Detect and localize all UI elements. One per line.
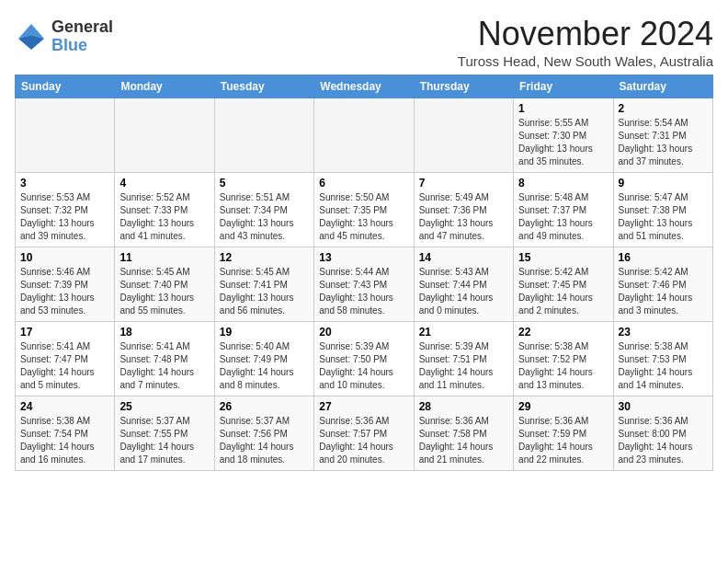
logo-blue-text: Blue bbox=[51, 37, 113, 55]
day-info: Sunrise: 5:36 AM Sunset: 8:00 PM Dayligh… bbox=[619, 415, 708, 466]
calendar-cell: 18Sunrise: 5:41 AM Sunset: 7:48 PM Dayli… bbox=[115, 322, 214, 396]
day-number: 20 bbox=[319, 326, 408, 339]
day-number: 25 bbox=[119, 400, 209, 413]
day-info: Sunrise: 5:53 AM Sunset: 7:32 PM Dayligh… bbox=[20, 191, 109, 243]
day-info: Sunrise: 5:51 AM Sunset: 7:34 PM Dayligh… bbox=[220, 191, 309, 243]
calendar-cell: 16Sunrise: 5:42 AM Sunset: 7:46 PM Dayli… bbox=[613, 247, 712, 322]
day-number: 2 bbox=[619, 102, 708, 115]
calendar-cell: 27Sunrise: 5:36 AM Sunset: 7:57 PM Dayli… bbox=[314, 396, 414, 471]
day-number: 14 bbox=[419, 251, 508, 264]
day-number: 17 bbox=[20, 326, 109, 339]
calendar-week-row: 3Sunrise: 5:53 AM Sunset: 7:32 PM Daylig… bbox=[16, 173, 713, 247]
calendar-week-row: 24Sunrise: 5:38 AM Sunset: 7:54 PM Dayli… bbox=[16, 396, 713, 471]
calendar-cell: 5Sunrise: 5:51 AM Sunset: 7:34 PM Daylig… bbox=[214, 173, 313, 247]
day-info: Sunrise: 5:41 AM Sunset: 7:48 PM Dayligh… bbox=[119, 340, 209, 392]
calendar-cell: 26Sunrise: 5:37 AM Sunset: 7:56 PM Dayli… bbox=[214, 396, 313, 471]
calendar-cell: 3Sunrise: 5:53 AM Sunset: 7:32 PM Daylig… bbox=[16, 173, 115, 247]
calendar-cell bbox=[214, 98, 313, 173]
weekday-header-monday: Monday bbox=[115, 75, 214, 98]
day-info: Sunrise: 5:42 AM Sunset: 7:46 PM Dayligh… bbox=[619, 266, 708, 317]
calendar-cell: 28Sunrise: 5:36 AM Sunset: 7:58 PM Dayli… bbox=[414, 396, 513, 471]
day-info: Sunrise: 5:52 AM Sunset: 7:33 PM Dayligh… bbox=[119, 191, 209, 243]
day-info: Sunrise: 5:39 AM Sunset: 7:50 PM Dayligh… bbox=[319, 340, 408, 392]
day-number: 26 bbox=[220, 400, 309, 413]
day-number: 18 bbox=[119, 326, 209, 339]
weekday-row: SundayMondayTuesdayWednesdayThursdayFrid… bbox=[16, 75, 713, 98]
day-number: 22 bbox=[518, 326, 608, 339]
calendar-week-row: 10Sunrise: 5:46 AM Sunset: 7:39 PM Dayli… bbox=[16, 247, 713, 322]
day-info: Sunrise: 5:48 AM Sunset: 7:37 PM Dayligh… bbox=[518, 191, 608, 243]
calendar-cell: 24Sunrise: 5:38 AM Sunset: 7:54 PM Dayli… bbox=[16, 396, 115, 471]
location-title: Tuross Head, New South Wales, Australia bbox=[458, 53, 713, 69]
month-title: November 2024 bbox=[458, 15, 713, 53]
day-info: Sunrise: 5:39 AM Sunset: 7:51 PM Dayligh… bbox=[419, 340, 508, 392]
title-area: November 2024 Tuross Head, New South Wal… bbox=[458, 15, 713, 69]
day-info: Sunrise: 5:37 AM Sunset: 7:55 PM Dayligh… bbox=[119, 415, 209, 466]
day-info: Sunrise: 5:50 AM Sunset: 7:35 PM Dayligh… bbox=[319, 191, 408, 243]
calendar-cell: 8Sunrise: 5:48 AM Sunset: 7:37 PM Daylig… bbox=[514, 173, 613, 247]
logo: General Blue bbox=[15, 18, 113, 55]
day-info: Sunrise: 5:37 AM Sunset: 7:56 PM Dayligh… bbox=[220, 415, 309, 466]
calendar-cell bbox=[16, 98, 115, 173]
day-number: 27 bbox=[319, 400, 408, 413]
day-info: Sunrise: 5:41 AM Sunset: 7:47 PM Dayligh… bbox=[20, 340, 109, 392]
day-info: Sunrise: 5:36 AM Sunset: 7:58 PM Dayligh… bbox=[419, 415, 508, 466]
calendar-cell bbox=[115, 98, 214, 173]
calendar-cell: 10Sunrise: 5:46 AM Sunset: 7:39 PM Dayli… bbox=[16, 247, 115, 322]
day-number: 11 bbox=[119, 251, 209, 264]
calendar-week-row: 17Sunrise: 5:41 AM Sunset: 7:47 PM Dayli… bbox=[16, 322, 713, 396]
day-number: 3 bbox=[20, 177, 109, 190]
calendar-cell: 23Sunrise: 5:38 AM Sunset: 7:53 PM Dayli… bbox=[613, 322, 712, 396]
calendar-cell: 21Sunrise: 5:39 AM Sunset: 7:51 PM Dayli… bbox=[414, 322, 513, 396]
weekday-header-saturday: Saturday bbox=[613, 75, 712, 98]
weekday-header-wednesday: Wednesday bbox=[314, 75, 414, 98]
day-number: 1 bbox=[518, 102, 608, 115]
calendar-cell: 19Sunrise: 5:40 AM Sunset: 7:49 PM Dayli… bbox=[214, 322, 313, 396]
day-info: Sunrise: 5:54 AM Sunset: 7:31 PM Dayligh… bbox=[619, 117, 708, 168]
calendar-cell: 14Sunrise: 5:43 AM Sunset: 7:44 PM Dayli… bbox=[414, 247, 513, 322]
day-info: Sunrise: 5:42 AM Sunset: 7:45 PM Dayligh… bbox=[518, 266, 608, 317]
weekday-header-thursday: Thursday bbox=[414, 75, 513, 98]
day-info: Sunrise: 5:38 AM Sunset: 7:54 PM Dayligh… bbox=[20, 415, 109, 466]
day-number: 12 bbox=[220, 251, 309, 264]
day-number: 9 bbox=[619, 177, 708, 190]
calendar-cell: 4Sunrise: 5:52 AM Sunset: 7:33 PM Daylig… bbox=[115, 173, 214, 247]
calendar-cell bbox=[414, 98, 513, 173]
day-info: Sunrise: 5:38 AM Sunset: 7:53 PM Dayligh… bbox=[619, 340, 708, 392]
weekday-header-friday: Friday bbox=[514, 75, 613, 98]
logo-general-text: General bbox=[51, 18, 113, 37]
calendar-cell: 12Sunrise: 5:45 AM Sunset: 7:41 PM Dayli… bbox=[214, 247, 313, 322]
calendar-cell: 25Sunrise: 5:37 AM Sunset: 7:55 PM Dayli… bbox=[115, 396, 214, 471]
calendar-header: SundayMondayTuesdayWednesdayThursdayFrid… bbox=[16, 75, 713, 98]
day-number: 5 bbox=[220, 177, 309, 190]
logo-icon bbox=[15, 20, 48, 53]
calendar-cell: 11Sunrise: 5:45 AM Sunset: 7:40 PM Dayli… bbox=[115, 247, 214, 322]
calendar-cell: 1Sunrise: 5:55 AM Sunset: 7:30 PM Daylig… bbox=[514, 98, 613, 173]
day-info: Sunrise: 5:47 AM Sunset: 7:38 PM Dayligh… bbox=[619, 191, 708, 243]
calendar-cell: 20Sunrise: 5:39 AM Sunset: 7:50 PM Dayli… bbox=[314, 322, 414, 396]
calendar-cell: 6Sunrise: 5:50 AM Sunset: 7:35 PM Daylig… bbox=[314, 173, 414, 247]
day-number: 16 bbox=[619, 251, 708, 264]
day-number: 8 bbox=[518, 177, 608, 190]
day-info: Sunrise: 5:43 AM Sunset: 7:44 PM Dayligh… bbox=[419, 266, 508, 317]
calendar-week-row: 1Sunrise: 5:55 AM Sunset: 7:30 PM Daylig… bbox=[16, 98, 713, 173]
day-number: 24 bbox=[20, 400, 109, 413]
day-number: 28 bbox=[419, 400, 508, 413]
calendar-cell: 7Sunrise: 5:49 AM Sunset: 7:36 PM Daylig… bbox=[414, 173, 513, 247]
calendar-cell: 15Sunrise: 5:42 AM Sunset: 7:45 PM Dayli… bbox=[514, 247, 613, 322]
day-info: Sunrise: 5:36 AM Sunset: 7:57 PM Dayligh… bbox=[319, 415, 408, 466]
day-number: 15 bbox=[518, 251, 608, 264]
day-number: 19 bbox=[220, 326, 309, 339]
day-info: Sunrise: 5:55 AM Sunset: 7:30 PM Dayligh… bbox=[518, 117, 608, 168]
day-info: Sunrise: 5:45 AM Sunset: 7:40 PM Dayligh… bbox=[119, 266, 209, 317]
day-number: 30 bbox=[619, 400, 708, 413]
calendar-cell: 17Sunrise: 5:41 AM Sunset: 7:47 PM Dayli… bbox=[16, 322, 115, 396]
calendar-cell: 30Sunrise: 5:36 AM Sunset: 8:00 PM Dayli… bbox=[613, 396, 712, 471]
calendar-table: SundayMondayTuesdayWednesdayThursdayFrid… bbox=[15, 75, 713, 471]
calendar-cell: 13Sunrise: 5:44 AM Sunset: 7:43 PM Dayli… bbox=[314, 247, 414, 322]
calendar-body: 1Sunrise: 5:55 AM Sunset: 7:30 PM Daylig… bbox=[16, 98, 713, 471]
day-info: Sunrise: 5:36 AM Sunset: 7:59 PM Dayligh… bbox=[518, 415, 608, 466]
weekday-header-sunday: Sunday bbox=[16, 75, 115, 98]
header: General Blue November 2024 Tuross Head, … bbox=[15, 15, 713, 69]
day-info: Sunrise: 5:44 AM Sunset: 7:43 PM Dayligh… bbox=[319, 266, 408, 317]
